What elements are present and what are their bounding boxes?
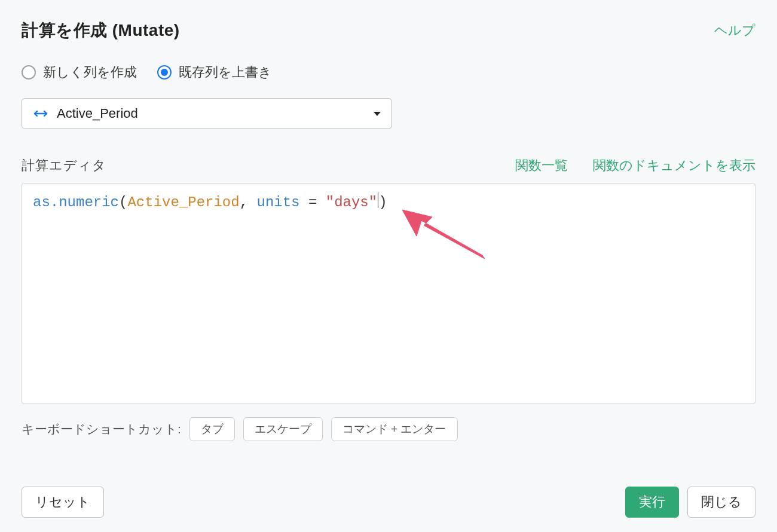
- code-token-fn: as.numeric: [33, 194, 119, 210]
- radio-icon: [22, 65, 36, 80]
- mutate-dialog: 計算を作成 (Mutate) ヘルプ 新しく列を作成 既存列を上書き Activ…: [0, 0, 777, 532]
- shortcut-key-tab: タブ: [189, 417, 235, 441]
- editor-label: 計算エディタ: [22, 157, 106, 175]
- shortcut-key-escape: エスケープ: [243, 417, 323, 441]
- reset-button[interactable]: リセット: [22, 487, 104, 518]
- expression-editor[interactable]: as.numeric(Active_Period, units = "days"…: [22, 183, 755, 404]
- shortcuts-label: キーボードショートカット:: [22, 421, 181, 438]
- code-token-qclose: ": [369, 194, 377, 210]
- radio-icon: [157, 65, 172, 80]
- shortcut-key-cmd-enter: コマンド + エンター: [331, 417, 458, 441]
- run-button[interactable]: 実行: [625, 487, 679, 518]
- function-list-link[interactable]: 関数一覧: [515, 157, 568, 175]
- radio-overwrite-column[interactable]: 既存列を上書き: [157, 63, 272, 81]
- code-token-open: (: [119, 194, 127, 210]
- close-button[interactable]: 閉じる: [687, 487, 755, 518]
- code-token-comma: ,: [240, 194, 257, 210]
- editor-header: 計算エディタ 関数一覧 関数のドキュメントを表示: [22, 157, 755, 175]
- dialog-title: 計算を作成 (Mutate): [22, 19, 180, 42]
- code-token-argnm: units: [256, 194, 299, 210]
- code-token-eq: =: [300, 194, 326, 210]
- function-docs-link[interactable]: 関数のドキュメントを表示: [593, 157, 755, 175]
- help-link[interactable]: ヘルプ: [714, 22, 755, 39]
- code-token-str: days: [334, 194, 369, 210]
- chevron-down-icon: [374, 112, 381, 116]
- code-token-close: ): [378, 194, 387, 210]
- code-token-qopen: ": [326, 194, 334, 210]
- radio-overwrite-label: 既存列を上書き: [179, 63, 272, 81]
- radio-dot-icon: [161, 69, 168, 76]
- annotation-arrow-icon: [399, 207, 488, 261]
- target-column-select[interactable]: Active_Period: [22, 98, 392, 129]
- radio-create-label: 新しく列を作成: [43, 63, 137, 81]
- column-type-icon: [33, 108, 48, 120]
- column-mode-radios: 新しく列を作成 既存列を上書き: [22, 63, 755, 81]
- radio-create-new-column[interactable]: 新しく列を作成: [22, 63, 137, 81]
- code-token-id: Active_Period: [127, 194, 239, 210]
- selected-column-name: Active_Period: [57, 106, 374, 121]
- dialog-header: 計算を作成 (Mutate) ヘルプ: [22, 19, 755, 42]
- dialog-footer: リセット 実行 閉じる: [22, 487, 755, 518]
- keyboard-shortcuts-row: キーボードショートカット: タブ エスケープ コマンド + エンター: [22, 417, 755, 441]
